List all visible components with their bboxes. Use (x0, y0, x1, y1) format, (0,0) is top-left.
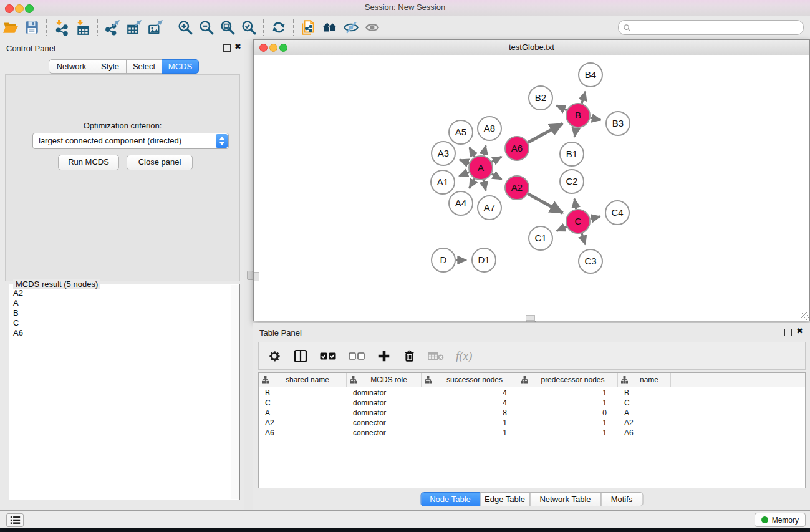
table-cell[interactable]: B (259, 388, 347, 398)
network-canvas[interactable]: B4B2BB3A5A8A6A3B1AA1C2A2A4A7C4CC1C3DD1 (254, 55, 809, 321)
tab-node-table[interactable]: Node Table (420, 492, 480, 506)
graph-node-C4[interactable]: C4 (605, 201, 629, 225)
edge-A-A3[interactable] (460, 160, 469, 163)
edge-C-C4[interactable] (591, 216, 600, 219)
close-table-panel-icon[interactable]: ✖ (796, 327, 803, 336)
column-header-successor-nodes[interactable]: successor nodes (422, 373, 518, 387)
mcds-list-scrollbar[interactable] (231, 285, 239, 499)
edge-B-B2[interactable] (556, 105, 567, 110)
tab-style[interactable]: Style (94, 59, 127, 74)
save-session-icon[interactable] (21, 18, 42, 37)
graph-node-A[interactable]: A (469, 156, 493, 180)
edge-B-B4[interactable] (582, 92, 586, 104)
graph-node-B1[interactable]: B1 (560, 142, 584, 166)
import-table-icon[interactable] (72, 18, 94, 37)
graph-node-A8[interactable]: A8 (478, 117, 501, 140)
graph-node-A3[interactable]: A3 (432, 142, 455, 165)
tab-mcds[interactable]: MCDS (162, 59, 199, 74)
edge-C-C3[interactable] (582, 233, 586, 244)
table-cell[interactable]: 1 (518, 428, 618, 438)
graph-node-C3[interactable]: C3 (579, 249, 602, 273)
export-network-icon[interactable] (102, 18, 123, 37)
mcds-result-item[interactable]: A (11, 298, 231, 308)
edge-C-C2[interactable] (574, 199, 576, 210)
edge-A-A1[interactable] (459, 172, 469, 176)
edge-A2-C[interactable] (528, 194, 563, 213)
table-cell[interactable]: 4 (422, 398, 518, 408)
zoom-in-icon[interactable] (175, 18, 196, 37)
column-header-shared-name[interactable]: shared name (259, 373, 347, 387)
run-mcds-button[interactable]: Run MCDS (58, 155, 119, 170)
table-cell[interactable]: 1 (518, 398, 618, 408)
show-panels-eye-icon[interactable] (362, 18, 383, 37)
float-panel-icon[interactable] (223, 44, 231, 52)
graph-node-A5[interactable]: A5 (449, 120, 473, 144)
tab-select[interactable]: Select (126, 59, 162, 74)
edge-C-C1[interactable] (557, 226, 567, 231)
table-cell[interactable]: A (618, 408, 671, 418)
add-column-icon[interactable] (377, 349, 391, 363)
window-resize-handle[interactable] (801, 312, 809, 320)
edge-A-A5[interactable] (470, 147, 475, 157)
column-header-name[interactable]: name (618, 373, 671, 387)
search-input[interactable] (631, 22, 798, 33)
graph-node-D1[interactable]: D1 (472, 248, 496, 272)
table-cell[interactable]: A2 (259, 418, 347, 428)
table-cell[interactable]: C (618, 398, 671, 408)
settings-gear-icon[interactable] (268, 349, 281, 363)
table-cell[interactable]: A2 (618, 418, 671, 428)
close-panel-icon[interactable]: ✖ (234, 42, 241, 51)
home-icon[interactable] (319, 18, 340, 37)
canvas-left-grip[interactable] (254, 272, 259, 281)
edge-A-A8[interactable] (483, 145, 486, 155)
graph-node-A1[interactable]: A1 (431, 170, 455, 194)
table-cell[interactable]: dominator (347, 408, 422, 418)
graph-node-C[interactable]: C (566, 210, 590, 233)
zoom-out-icon[interactable] (196, 18, 217, 37)
edge-A-A4[interactable] (470, 178, 475, 188)
edge-A-A6[interactable] (492, 157, 502, 162)
tab-motifs[interactable]: Motifs (600, 492, 643, 506)
task-history-button[interactable] (6, 513, 24, 527)
open-session-icon[interactable] (0, 18, 21, 37)
edge-A-A2[interactable] (492, 174, 502, 180)
mcds-result-item[interactable]: A6 (11, 328, 231, 338)
edge-B-B3[interactable] (591, 118, 601, 120)
close-panel-button[interactable]: Close panel (127, 155, 193, 170)
table-cell[interactable]: C (259, 398, 347, 408)
mcds-result-item[interactable]: C (11, 318, 231, 328)
table-cell[interactable]: connector (347, 418, 422, 428)
memory-button[interactable]: Memory (755, 513, 806, 527)
export-table-icon[interactable] (123, 18, 145, 37)
table-cell[interactable]: dominator (347, 388, 422, 398)
table-cell[interactable]: 1 (518, 418, 618, 428)
table-cell[interactable]: connector (347, 428, 422, 438)
table-cell[interactable]: 1 (518, 388, 618, 398)
table-cell[interactable]: dominator (347, 398, 422, 408)
panel-divider-grip[interactable] (247, 271, 253, 280)
mcds-result-item[interactable]: A2 (11, 288, 231, 298)
network-from-file-icon[interactable] (298, 18, 319, 37)
graph-node-C1[interactable]: C1 (529, 226, 552, 250)
tab-network-table[interactable]: Network Table (529, 492, 601, 506)
tab-network[interactable]: Network (49, 59, 94, 74)
select-all-icon[interactable] (320, 352, 337, 360)
graph-node-B2[interactable]: B2 (529, 86, 552, 110)
edge-A-A7[interactable] (483, 180, 486, 191)
graph-node-A2[interactable]: A2 (505, 176, 529, 200)
deselect-all-icon[interactable] (349, 352, 365, 360)
table-cell[interactable]: A (259, 408, 347, 418)
canvas-bottom-grip[interactable] (526, 315, 535, 321)
table-cell[interactable]: 1 (422, 418, 518, 428)
refresh-view-icon[interactable] (268, 18, 289, 37)
table-cell[interactable]: 8 (422, 408, 518, 418)
delete-selected-icon[interactable] (403, 349, 416, 363)
graph-node-A6[interactable]: A6 (505, 137, 529, 160)
column-header-predecessor-nodes[interactable]: predecessor nodes (518, 373, 618, 387)
column-header-MCDS-role[interactable]: MCDS role (347, 373, 422, 387)
mcds-result-item[interactable]: B (11, 308, 231, 318)
search-field[interactable] (618, 20, 804, 35)
edge-A6-B[interactable] (528, 123, 563, 142)
split-columns-icon[interactable] (293, 349, 308, 364)
table-cell[interactable]: A6 (259, 428, 347, 438)
